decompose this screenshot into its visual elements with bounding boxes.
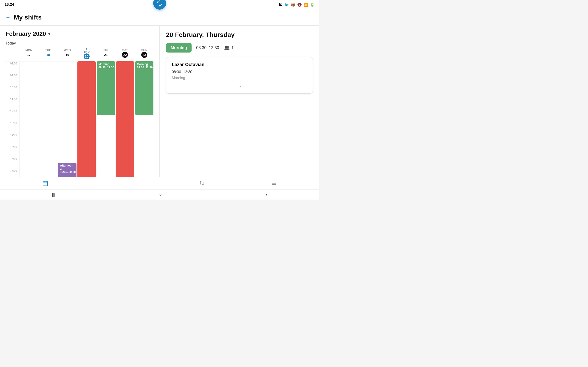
employee-shift-label: Morning [172,76,307,80]
time-row: 17:00 [6,169,154,177]
week-day-fri[interactable]: FRI 21 [96,48,115,60]
sync-icon [156,0,163,6]
status-icons: 🖼 🐦 📦 🔇 📶 🔋 [279,2,315,7]
dropbox-icon: 📦 [291,2,295,7]
employee-name: Lazar Octavian [172,62,307,67]
time-cell [58,121,77,133]
time-label: 10:00 [6,85,19,97]
time-cell [39,97,58,109]
time-cell [135,97,154,109]
week-day-wed[interactable]: WED 19 [58,48,77,60]
android-home-button[interactable]: ○ [155,190,166,199]
time-cell [39,85,58,97]
time-cell [39,109,58,121]
android-back-button[interactable]: ‹ [261,190,272,199]
time-cell [58,61,77,73]
time-cell [19,73,39,85]
status-time: 16:24 [5,2,14,7]
month-title: February 2020 [6,30,46,37]
detail-panel: 20 February, Thursday Morning 08:30..12:… [160,26,319,177]
time-row: 09:00 [6,73,154,85]
battery-icon: 🔋 [310,2,315,7]
time-cell [115,157,135,169]
time-cell [115,85,135,97]
time-cell [77,169,96,177]
detail-date: 20 February, Thursday [166,31,313,39]
week-day-sun[interactable]: SUN 23 [135,48,154,60]
time-cell [58,145,77,157]
time-cell [77,61,96,73]
time-cell [39,169,58,177]
expand-chevron-icon[interactable]: ⌄ [172,83,307,89]
time-cell [39,61,58,73]
time-cell [58,157,77,169]
android-recent-button[interactable]: ||| [48,190,60,199]
time-cell [115,97,135,109]
time-row: 14:00 [6,133,154,145]
time-cell [96,169,115,177]
time-cell [96,73,115,85]
time-cell [135,121,154,133]
time-cell [39,157,58,169]
nav-menu[interactable] [271,180,277,186]
time-cell [135,73,154,85]
time-cell [77,157,96,169]
svg-point-3 [226,48,229,50]
time-cell [39,133,58,145]
time-cell [19,169,39,177]
time-grid: 08:0009:0010:0011:0012:0013:0014:0015:00… [6,61,154,177]
time-row: 08:00 [6,61,154,73]
mute-icon: 🔇 [297,2,302,7]
time-cell [96,121,115,133]
month-dropdown-icon[interactable]: ▾ [48,31,50,36]
time-cell [77,73,96,85]
nav-swap[interactable] [199,180,205,186]
week-day-sat[interactable]: SAT 22 [115,48,135,60]
time-cell [77,97,96,109]
week-day-mon[interactable]: MON 17 [19,48,39,60]
time-label: 11:00 [6,97,19,109]
time-cell [96,85,115,97]
today-label[interactable]: Today [6,41,154,46]
time-label: 14:00 [6,133,19,145]
people-count: 1 [224,45,233,50]
time-cell [58,169,77,177]
week-day-thu[interactable]: THU 20 [77,48,96,60]
time-cell [19,109,39,121]
time-cell [135,133,154,145]
nav-calendar[interactable] [42,180,48,186]
time-label: 16:00 [6,157,19,169]
time-cell [77,109,96,121]
menu-icon [271,180,277,186]
gallery-icon: 🖼 [279,2,283,7]
time-cell [19,97,39,109]
employee-time: 08:30..12:30 [172,70,307,74]
time-label: 17:00 [6,169,19,177]
time-cell [58,109,77,121]
svg-point-1 [227,46,229,48]
shift-time-label: 08:30..12:30 [196,45,219,50]
time-cell [19,157,39,169]
time-label: 12:00 [6,109,19,121]
page-title: My shifts [14,14,42,21]
shift-tag[interactable]: Morning [166,43,191,52]
time-label: 15:00 [6,145,19,157]
time-cell [96,109,115,121]
main-content: February 2020 ▾ Today MON 17 TUE 18 WED … [0,26,319,177]
time-cell [58,85,77,97]
time-cell [96,97,115,109]
bottom-nav [0,177,319,190]
time-cell [58,133,77,145]
week-day-tue[interactable]: TUE 18 [39,48,58,60]
month-header: February 2020 ▾ [6,30,154,37]
time-row: 16:00 [6,157,154,169]
time-cell [96,133,115,145]
calendar-panel: February 2020 ▾ Today MON 17 TUE 18 WED … [0,26,160,177]
time-cell [135,61,154,73]
employee-card: Lazar Octavian 08:30..12:30 Morning ⌄ [166,57,313,94]
twitter-icon: 🐦 [284,2,289,7]
time-cell [96,61,115,73]
swap-icon [199,180,205,186]
back-button[interactable]: ← [6,15,10,20]
time-cell [19,61,39,73]
